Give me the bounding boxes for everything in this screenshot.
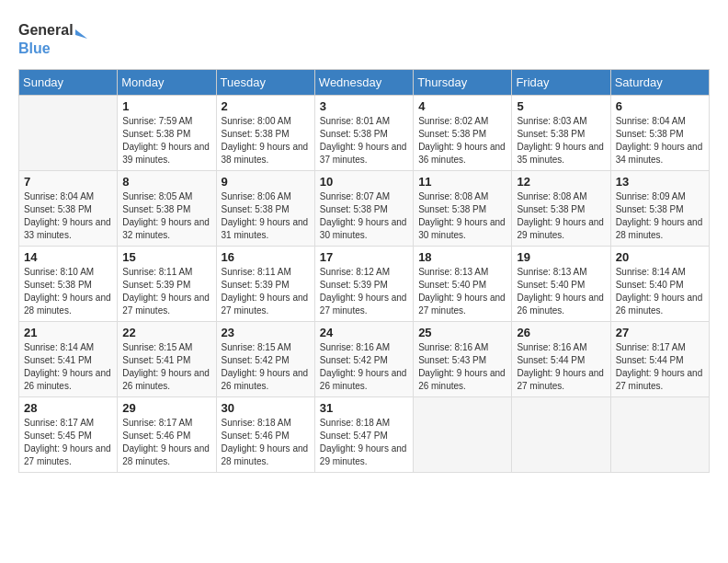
weekday-header-row: SundayMondayTuesdayWednesdayThursdayFrid… bbox=[19, 70, 710, 96]
weekday-header-sunday: Sunday bbox=[19, 70, 118, 96]
day-info: Sunrise: 8:14 AMSunset: 5:40 PMDaylight:… bbox=[616, 266, 704, 317]
day-info: Sunrise: 8:10 AMSunset: 5:38 PMDaylight:… bbox=[24, 266, 112, 317]
day-info: Sunrise: 8:18 AMSunset: 5:46 PMDaylight:… bbox=[222, 417, 310, 468]
svg-text:Blue: Blue bbox=[18, 40, 51, 56]
day-info: Sunrise: 8:06 AMSunset: 5:38 PMDaylight:… bbox=[222, 190, 310, 242]
day-info: Sunrise: 8:08 AMSunset: 5:38 PMDaylight:… bbox=[418, 190, 506, 242]
day-info: Sunrise: 8:12 AMSunset: 5:39 PMDaylight:… bbox=[320, 266, 408, 317]
calendar-cell: 5Sunrise: 8:03 AMSunset: 5:38 PMDaylight… bbox=[512, 96, 610, 171]
calendar-cell: 23Sunrise: 8:15 AMSunset: 5:42 PMDayligh… bbox=[216, 322, 314, 397]
day-number: 8 bbox=[122, 175, 210, 189]
calendar-cell: 19Sunrise: 8:13 AMSunset: 5:40 PMDayligh… bbox=[512, 247, 610, 322]
calendar-cell bbox=[414, 397, 512, 473]
day-number: 30 bbox=[222, 401, 310, 415]
calendar-cell bbox=[19, 96, 118, 171]
calendar-cell bbox=[512, 397, 610, 473]
weekday-header-thursday: Thursday bbox=[414, 70, 512, 96]
day-info: Sunrise: 8:13 AMSunset: 5:40 PMDaylight:… bbox=[418, 266, 506, 317]
day-number: 4 bbox=[418, 99, 506, 113]
calendar-cell: 8Sunrise: 8:05 AMSunset: 5:38 PMDaylight… bbox=[118, 171, 216, 247]
day-info: Sunrise: 8:02 AMSunset: 5:38 PMDaylight:… bbox=[418, 115, 506, 167]
calendar-cell: 11Sunrise: 8:08 AMSunset: 5:38 PMDayligh… bbox=[414, 171, 512, 247]
calendar-cell: 26Sunrise: 8:16 AMSunset: 5:44 PMDayligh… bbox=[512, 322, 610, 397]
svg-marker-2 bbox=[75, 29, 87, 39]
day-number: 24 bbox=[320, 326, 408, 339]
day-number: 2 bbox=[222, 99, 310, 113]
calendar-cell: 17Sunrise: 8:12 AMSunset: 5:39 PMDayligh… bbox=[314, 247, 413, 322]
calendar-cell: 27Sunrise: 8:17 AMSunset: 5:44 PMDayligh… bbox=[610, 322, 709, 397]
week-row-3: 21Sunrise: 8:14 AMSunset: 5:41 PMDayligh… bbox=[19, 322, 710, 397]
day-number: 31 bbox=[320, 401, 408, 415]
day-info: Sunrise: 8:16 AMSunset: 5:44 PMDaylight:… bbox=[517, 341, 605, 393]
day-number: 22 bbox=[122, 326, 210, 339]
calendar-cell: 15Sunrise: 8:11 AMSunset: 5:39 PMDayligh… bbox=[118, 247, 216, 322]
calendar-table: SundayMondayTuesdayWednesdayThursdayFrid… bbox=[18, 69, 710, 473]
calendar-cell: 4Sunrise: 8:02 AMSunset: 5:38 PMDaylight… bbox=[414, 96, 512, 171]
calendar-cell: 6Sunrise: 8:04 AMSunset: 5:38 PMDaylight… bbox=[610, 96, 709, 171]
day-info: Sunrise: 8:04 AMSunset: 5:38 PMDaylight:… bbox=[616, 115, 704, 167]
header: GeneralBlue bbox=[18, 18, 710, 60]
day-number: 6 bbox=[616, 99, 704, 113]
day-info: Sunrise: 8:13 AMSunset: 5:40 PMDaylight:… bbox=[517, 266, 605, 317]
day-info: Sunrise: 7:59 AMSunset: 5:38 PMDaylight:… bbox=[122, 115, 210, 167]
weekday-header-wednesday: Wednesday bbox=[314, 70, 413, 96]
week-row-1: 7Sunrise: 8:04 AMSunset: 5:38 PMDaylight… bbox=[19, 171, 710, 247]
day-number: 19 bbox=[517, 250, 605, 264]
day-number: 23 bbox=[222, 326, 310, 339]
day-number: 21 bbox=[24, 326, 112, 339]
day-number: 18 bbox=[418, 250, 506, 264]
calendar-cell: 22Sunrise: 8:15 AMSunset: 5:41 PMDayligh… bbox=[118, 322, 216, 397]
day-number: 13 bbox=[616, 175, 704, 189]
calendar-cell: 29Sunrise: 8:17 AMSunset: 5:46 PMDayligh… bbox=[118, 397, 216, 473]
logo: GeneralBlue bbox=[18, 18, 92, 60]
calendar-cell: 30Sunrise: 8:18 AMSunset: 5:46 PMDayligh… bbox=[216, 397, 314, 473]
calendar-cell: 25Sunrise: 8:16 AMSunset: 5:43 PMDayligh… bbox=[414, 322, 512, 397]
day-number: 16 bbox=[222, 250, 310, 264]
calendar-cell bbox=[610, 397, 709, 473]
svg-text:General: General bbox=[18, 22, 74, 38]
day-info: Sunrise: 8:09 AMSunset: 5:38 PMDaylight:… bbox=[616, 190, 704, 242]
day-info: Sunrise: 8:03 AMSunset: 5:38 PMDaylight:… bbox=[517, 115, 605, 167]
day-number: 17 bbox=[320, 250, 408, 264]
day-number: 11 bbox=[418, 175, 506, 189]
day-number: 3 bbox=[320, 99, 408, 113]
day-info: Sunrise: 8:17 AMSunset: 5:44 PMDaylight:… bbox=[616, 341, 704, 393]
calendar-body: 1Sunrise: 7:59 AMSunset: 5:38 PMDaylight… bbox=[19, 96, 710, 473]
day-number: 9 bbox=[222, 175, 310, 189]
day-info: Sunrise: 8:00 AMSunset: 5:38 PMDaylight:… bbox=[222, 115, 310, 167]
calendar-cell: 10Sunrise: 8:07 AMSunset: 5:38 PMDayligh… bbox=[314, 171, 413, 247]
day-number: 10 bbox=[320, 175, 408, 189]
day-info: Sunrise: 8:17 AMSunset: 5:46 PMDaylight:… bbox=[122, 417, 210, 468]
day-info: Sunrise: 8:07 AMSunset: 5:38 PMDaylight:… bbox=[320, 190, 408, 242]
calendar-cell: 2Sunrise: 8:00 AMSunset: 5:38 PMDaylight… bbox=[216, 96, 314, 171]
day-info: Sunrise: 8:17 AMSunset: 5:45 PMDaylight:… bbox=[24, 417, 112, 468]
day-number: 5 bbox=[517, 99, 605, 113]
calendar-cell: 24Sunrise: 8:16 AMSunset: 5:42 PMDayligh… bbox=[314, 322, 413, 397]
day-number: 20 bbox=[616, 250, 704, 264]
calendar-cell: 13Sunrise: 8:09 AMSunset: 5:38 PMDayligh… bbox=[610, 171, 709, 247]
day-info: Sunrise: 8:11 AMSunset: 5:39 PMDaylight:… bbox=[122, 266, 210, 317]
calendar-cell: 7Sunrise: 8:04 AMSunset: 5:38 PMDaylight… bbox=[19, 171, 118, 247]
weekday-header-friday: Friday bbox=[512, 70, 610, 96]
logo-svg: GeneralBlue bbox=[18, 18, 92, 60]
calendar-cell: 18Sunrise: 8:13 AMSunset: 5:40 PMDayligh… bbox=[414, 247, 512, 322]
week-row-4: 28Sunrise: 8:17 AMSunset: 5:45 PMDayligh… bbox=[19, 397, 710, 473]
day-info: Sunrise: 8:04 AMSunset: 5:38 PMDaylight:… bbox=[24, 190, 112, 242]
calendar-cell: 31Sunrise: 8:18 AMSunset: 5:47 PMDayligh… bbox=[314, 397, 413, 473]
calendar-cell: 28Sunrise: 8:17 AMSunset: 5:45 PMDayligh… bbox=[19, 397, 118, 473]
calendar-cell: 16Sunrise: 8:11 AMSunset: 5:39 PMDayligh… bbox=[216, 247, 314, 322]
day-info: Sunrise: 8:01 AMSunset: 5:38 PMDaylight:… bbox=[320, 115, 408, 167]
day-info: Sunrise: 8:16 AMSunset: 5:42 PMDaylight:… bbox=[320, 341, 408, 393]
calendar-cell: 1Sunrise: 7:59 AMSunset: 5:38 PMDaylight… bbox=[118, 96, 216, 171]
day-info: Sunrise: 8:16 AMSunset: 5:43 PMDaylight:… bbox=[418, 341, 506, 393]
week-row-0: 1Sunrise: 7:59 AMSunset: 5:38 PMDaylight… bbox=[19, 96, 710, 171]
day-number: 27 bbox=[616, 326, 704, 339]
day-number: 29 bbox=[122, 401, 210, 415]
day-info: Sunrise: 8:18 AMSunset: 5:47 PMDaylight:… bbox=[320, 417, 408, 468]
day-number: 12 bbox=[517, 175, 605, 189]
calendar-cell: 14Sunrise: 8:10 AMSunset: 5:38 PMDayligh… bbox=[19, 247, 118, 322]
calendar-cell: 21Sunrise: 8:14 AMSunset: 5:41 PMDayligh… bbox=[19, 322, 118, 397]
day-number: 25 bbox=[418, 326, 506, 339]
day-info: Sunrise: 8:11 AMSunset: 5:39 PMDaylight:… bbox=[222, 266, 310, 317]
weekday-header-tuesday: Tuesday bbox=[216, 70, 314, 96]
